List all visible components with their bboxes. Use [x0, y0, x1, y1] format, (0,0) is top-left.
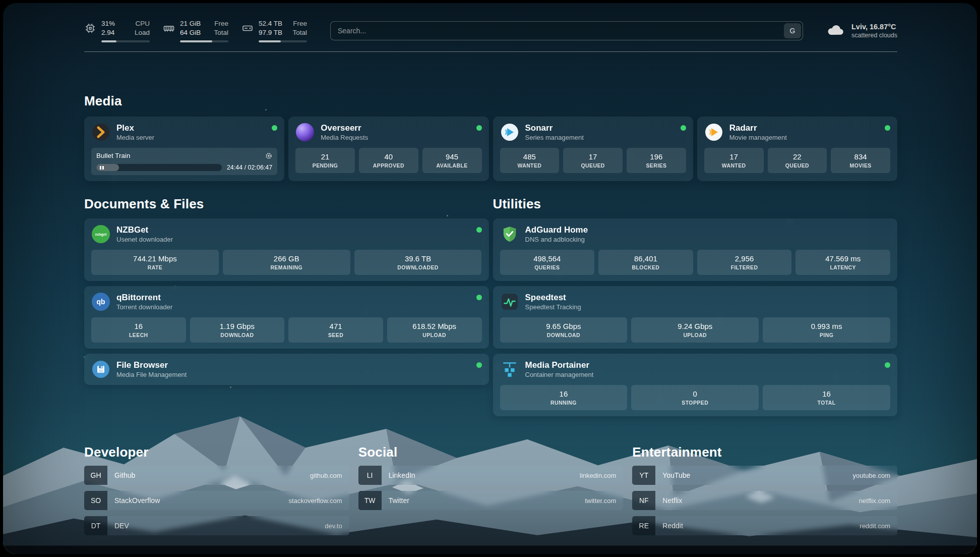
plex-card[interactable]: Plex Media server Bullet Train [84, 117, 284, 181]
netflix-abbr: NF [632, 491, 655, 510]
portainer-name: Media Portainer [525, 360, 594, 370]
pause-icon[interactable] [100, 166, 104, 170]
sonarr-desc: Series management [525, 134, 584, 141]
overseerr-card[interactable]: Overseerr Media Requests 21PENDING 40APP… [288, 117, 488, 181]
stat-upload: 618.52 MbpsUPLOAD [387, 317, 482, 343]
overseerr-icon [295, 123, 315, 142]
stat-download: 9.65 GbpsDOWNLOAD [500, 317, 628, 343]
stat-remaining: 266 GBREMAINING [223, 250, 350, 275]
system-metrics: 31%CPU 2.94Load 21 GiBFree 64 Gi [84, 19, 307, 42]
search-engine-button[interactable]: G [784, 23, 801, 38]
stat-queued: 22QUEUED [768, 148, 827, 173]
sonarr-icon [500, 123, 519, 142]
stat-available: 945AVAILABLE [422, 148, 482, 173]
speedtest-card[interactable]: Speedtest Speedtest Tracking 9.65 GbpsDO… [493, 286, 898, 349]
radarr-desc: Movie management [729, 134, 787, 141]
sonarr-name: Sonarr [525, 123, 584, 133]
cpu-widget: 31%CPU 2.94Load [84, 19, 150, 42]
plex-name: Plex [116, 123, 154, 133]
stat-movies: 834MOVIES [831, 148, 890, 173]
qbittorrent-status-dot [476, 295, 482, 300]
memory-progress-bar [180, 40, 228, 42]
entertainment-group: Entertainment YT YouTube youtube.com NF … [632, 444, 897, 535]
bookmark-dev[interactable]: DT DEV dev.to [84, 516, 349, 535]
plex-now-playing: Bullet Train [91, 148, 277, 175]
qbittorrent-desc: Torrent downloader [116, 303, 172, 311]
cpu-usage: 31% [101, 19, 115, 28]
documents-column: Documents & Files nzbget NZBGet Usenet d… [84, 196, 489, 416]
stat-running: 16RUNNING [500, 385, 628, 410]
stackoverflow-abbr: SO [84, 491, 107, 510]
sonarr-status-dot [681, 125, 686, 131]
adguard-card[interactable]: AdGuard Home DNS and adblocking 498,564Q… [493, 218, 898, 281]
stat-upload: 9.24 GbpsUPLOAD [631, 317, 759, 343]
developer-group: Developer GH Github github.com SO StackO… [84, 444, 349, 535]
adguard-desc: DNS and adblocking [525, 236, 588, 243]
radarr-name: Radarr [729, 123, 787, 133]
memory-total: 64 GiB [180, 28, 201, 37]
stat-download: 1.19 GbpsDOWNLOAD [190, 317, 285, 343]
overseerr-status-dot [476, 125, 482, 131]
weather-condition: scattered clouds [851, 32, 897, 39]
utilities-column: Utilities AdGuard Home [493, 196, 898, 416]
section-title-social: Social [358, 444, 624, 460]
memory-icon [163, 22, 175, 36]
stat-latency: 47.569 msLATENCY [795, 250, 890, 275]
linkedin-abbr: LI [358, 466, 382, 485]
speedtest-icon [500, 292, 519, 311]
plex-status-dot [272, 125, 277, 131]
disk-total: 97.9 TB [259, 28, 282, 37]
memory-free-label: Free [214, 19, 228, 28]
qbittorrent-card[interactable]: qb qBittorrent Torrent downloader 16LEEC… [84, 286, 489, 349]
bookmark-twitter[interactable]: TW Twitter twitter.com [358, 491, 624, 510]
playback-time: 24:44 / 02:06:47 [227, 164, 272, 171]
stat-filtered: 2,956FILTERED [697, 250, 792, 275]
nzbget-card[interactable]: nzbget NZBGet Usenet downloader 744.21 M… [84, 218, 489, 281]
stat-queued: 17QUEUED [563, 148, 623, 173]
topbar-divider [84, 51, 897, 52]
stat-wanted: 17WANTED [704, 148, 764, 173]
stat-queries: 498,564QUERIES [500, 250, 595, 275]
memory-widget: 21 GiBFree 64 GiBTotal [163, 19, 228, 42]
gear-icon[interactable] [265, 152, 272, 159]
nzbget-icon: nzbget [91, 225, 110, 244]
stat-ping: 0.993 msPING [763, 317, 890, 343]
radarr-status-dot [885, 125, 890, 131]
disk-total-label: Total [292, 28, 307, 37]
stat-wanted: 485WANTED [500, 148, 560, 173]
weather-widget: Lviv, 16.87°C scattered clouds [826, 23, 897, 39]
playback-progress-bar[interactable] [96, 164, 222, 171]
filebrowser-desc: Media File Management [116, 371, 187, 378]
bookmark-netflix[interactable]: NF Netflix netflix.com [632, 491, 897, 510]
sonarr-card[interactable]: Sonarr Series management 485WANTED 17QUE… [493, 117, 693, 181]
section-title-documents: Documents & Files [84, 196, 489, 211]
bookmark-stackoverflow[interactable]: SO StackOverflow stackoverflow.com [84, 491, 349, 510]
overseerr-name: Overseerr [321, 123, 368, 133]
search-input[interactable] [330, 21, 803, 40]
stat-series: 196SERIES [627, 148, 686, 173]
bookmark-youtube[interactable]: YT YouTube youtube.com [632, 466, 897, 485]
portainer-card[interactable]: Media Portainer Container management 16R… [493, 354, 898, 416]
now-playing-title: Bullet Train [96, 152, 131, 159]
portainer-status-dot [885, 362, 890, 368]
radarr-card[interactable]: Radarr Movie management 17WANTED 22QUEUE… [697, 117, 897, 181]
section-title-developer: Developer [84, 444, 349, 460]
stat-pending: 21PENDING [295, 148, 355, 173]
bookmark-reddit[interactable]: RE Reddit reddit.com [632, 516, 897, 535]
weather-location: Lviv, 16.87°C [851, 23, 897, 31]
stat-total: 16TOTAL [763, 385, 890, 410]
search-bar: G [330, 21, 803, 40]
filebrowser-icon [91, 360, 110, 379]
cpu-progress-bar [101, 40, 150, 42]
filebrowser-card[interactable]: File Browser Media File Management [84, 354, 489, 385]
adguard-name: AdGuard Home [525, 225, 588, 235]
youtube-abbr: YT [632, 466, 655, 485]
bookmark-github[interactable]: GH Github github.com [84, 466, 349, 485]
github-abbr: GH [84, 466, 107, 485]
stat-downloaded: 39.6 TBDOWNLOADED [354, 250, 482, 275]
reddit-abbr: RE [632, 516, 655, 535]
bookmark-linkedin[interactable]: LI LinkedIn linkedin.com [358, 466, 624, 485]
filebrowser-status-dot [476, 362, 482, 368]
nzbget-desc: Usenet downloader [116, 236, 173, 243]
disk-free-label: Free [293, 19, 307, 28]
